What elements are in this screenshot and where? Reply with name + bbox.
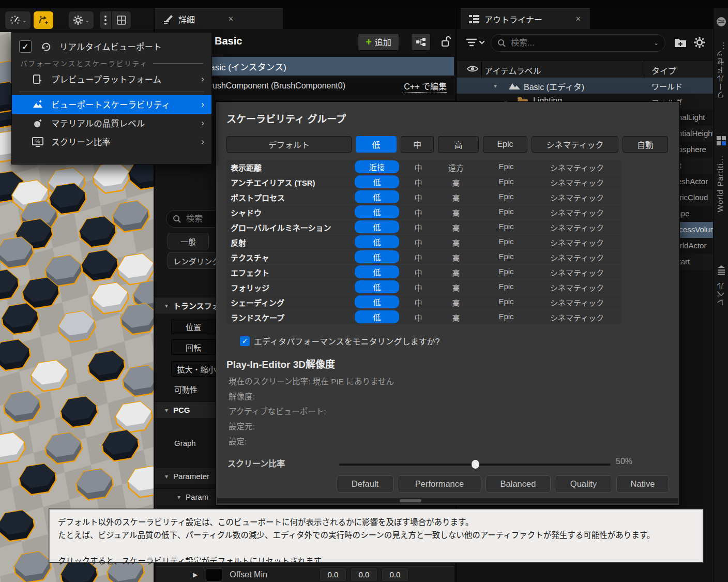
hexagon-actor[interactable] <box>2 390 42 424</box>
scalability-option[interactable]: Epic <box>486 237 527 246</box>
hexagon-actor[interactable] <box>116 252 154 286</box>
scalability-option[interactable]: Epic <box>486 282 527 291</box>
viewport-kebab-button[interactable] <box>100 11 111 29</box>
scalability-option[interactable]: 高 <box>441 177 472 188</box>
scalability-option[interactable]: 高 <box>441 237 472 248</box>
hexagon-actor[interactable] <box>121 364 154 398</box>
checkbox-checked-icon[interactable]: ✓ <box>19 40 32 53</box>
scalability-option[interactable]: 中 <box>403 192 434 203</box>
add-folder-button[interactable] <box>674 36 687 51</box>
scalability-option[interactable]: 中 <box>403 297 434 308</box>
scalability-option[interactable]: 中 <box>403 282 434 293</box>
quality-button-1[interactable]: デフォルト <box>226 136 352 153</box>
scalability-option[interactable]: 低 <box>355 265 399 278</box>
scalability-option[interactable]: 高 <box>441 297 472 308</box>
scalability-option[interactable]: 高 <box>441 192 472 203</box>
scalability-option[interactable]: 低 <box>355 175 399 188</box>
checkbox-checked-icon[interactable]: ✓ <box>240 336 250 346</box>
hexagon-actor[interactable] <box>114 400 154 434</box>
scalability-option[interactable]: シネマティック <box>536 162 618 173</box>
scalability-option[interactable]: シネマティック <box>536 192 618 203</box>
scalability-option[interactable]: 遠方 <box>441 162 472 173</box>
offset-min-row[interactable]: ▶ Offset Min 0.00.00.0 <box>156 566 454 582</box>
outliner-settings-button[interactable] <box>693 36 706 51</box>
preset-button-native[interactable]: Native <box>616 475 669 493</box>
hexagon-actor[interactable] <box>100 429 141 462</box>
preset-button-balanced[interactable]: Balanced <box>486 475 551 493</box>
scalability-option[interactable]: 低 <box>355 295 399 308</box>
horizontal-scrollbar[interactable] <box>217 498 678 503</box>
hexagon-actor[interactable] <box>43 431 84 465</box>
scalability-option[interactable]: 中 <box>403 252 434 263</box>
menu-item-realtime-viewport[interactable]: ✓ リアルタイムビューポート <box>12 37 211 56</box>
scalability-option[interactable]: Epic <box>486 162 527 171</box>
tab-levels[interactable]: レベル <box>716 281 726 306</box>
transform-location-button[interactable]: 位置 <box>171 319 216 334</box>
globe-icon[interactable] <box>716 17 726 27</box>
hexagon-actor[interactable] <box>0 338 32 372</box>
hexagon-actor[interactable] <box>86 350 127 383</box>
column-item-label[interactable]: アイテムラベル <box>484 64 541 77</box>
scalability-option[interactable]: Epic <box>486 267 527 276</box>
expander-right-icon[interactable]: ▶ <box>193 571 198 578</box>
scalability-option[interactable]: シネマティック <box>536 237 618 248</box>
outliner-row[interactable]: ▾Basic (エディタ)ワールド <box>457 78 713 94</box>
quality-button-3[interactable]: 中 <box>401 136 434 153</box>
scrollbar-thumb[interactable] <box>400 499 421 502</box>
scalability-option[interactable]: 低 <box>355 220 399 233</box>
hexagon-actor[interactable] <box>57 310 97 344</box>
tab-world-settings[interactable]: ワールドセッ... <box>716 41 726 99</box>
outliner-columns-header[interactable]: アイテムラベル タイプ <box>457 60 713 78</box>
hexagon-actor[interactable] <box>119 302 154 336</box>
hexagon-actor[interactable] <box>90 281 130 315</box>
quality-button-5[interactable]: Epic <box>483 136 527 153</box>
menu-item-screen-percentage[interactable]: % スクリーン比率 › <box>12 132 211 151</box>
quality-button-7[interactable]: 自動 <box>623 136 668 153</box>
hexagon-actor[interactable] <box>0 431 27 465</box>
scalability-option[interactable]: シネマティック <box>536 297 618 308</box>
hexagon-actor[interactable] <box>92 161 132 195</box>
view-mode-gauge-button[interactable]: ⌄ <box>5 11 31 29</box>
scalability-option[interactable]: Epic <box>486 177 527 186</box>
scalability-option[interactable]: シネマティック <box>536 207 618 218</box>
column-type[interactable]: タイプ <box>651 64 676 77</box>
close-icon[interactable]: ✕ <box>575 15 581 23</box>
scalability-option[interactable]: 中 <box>403 222 434 233</box>
lock-button[interactable] <box>438 33 453 50</box>
scalability-option[interactable]: Epic <box>486 192 527 201</box>
quality-button-6[interactable]: シネマティック <box>532 136 618 153</box>
scalability-option[interactable]: 高 <box>441 207 472 218</box>
outliner-search-input[interactable] <box>510 38 629 48</box>
scalability-option[interactable]: 低 <box>355 310 399 323</box>
hexagon-actor[interactable] <box>18 462 58 496</box>
scalability-option[interactable]: 高 <box>441 222 472 233</box>
scalability-option[interactable]: Epic <box>486 222 527 231</box>
scalability-option[interactable]: 中 <box>403 162 434 173</box>
menu-item-preview-platform[interactable]: プレビュープラットフォーム › <box>12 70 211 88</box>
screen-percentage-slider-thumb[interactable] <box>472 460 479 469</box>
scalability-option[interactable]: シネマティック <box>536 267 618 278</box>
offset-value-field[interactable]: 0.0 <box>350 568 378 582</box>
scalability-option[interactable]: Epic <box>486 297 527 306</box>
menu-item-viewport-scalability[interactable]: ビューポートスケーラビリティ › <box>12 95 211 114</box>
transform-rotation-button[interactable]: 回転 <box>171 339 216 355</box>
world-partition-grid-icon[interactable] <box>716 136 726 146</box>
levels-icon[interactable] <box>716 264 726 275</box>
outliner-filter-button[interactable] <box>466 37 484 51</box>
tab-world-partition[interactable]: World Partiti... <box>716 155 724 212</box>
scalability-option[interactable]: シネマティック <box>536 177 618 188</box>
quality-button-2[interactable]: 低 <box>356 136 397 153</box>
tab-outliner[interactable]: アウトライナー ✕ <box>461 8 590 29</box>
hexagon-actor[interactable] <box>74 468 115 501</box>
blueprint-graph-button[interactable] <box>411 33 431 51</box>
hexagon-actor[interactable] <box>126 465 154 499</box>
hexagon-actor[interactable] <box>29 359 70 393</box>
expander-icon[interactable]: ▾ <box>494 82 497 89</box>
scalability-option[interactable]: 高 <box>441 267 472 278</box>
transform-tools-button[interactable] <box>34 11 53 29</box>
close-icon[interactable]: ✕ <box>228 15 234 23</box>
viewport-settings-button[interactable]: ⌄ <box>69 11 93 29</box>
transform-scale-button[interactable]: 拡大・縮小 <box>171 361 222 377</box>
scalability-option[interactable]: 中 <box>403 207 434 218</box>
scalability-option[interactable]: 近接 <box>355 160 399 173</box>
